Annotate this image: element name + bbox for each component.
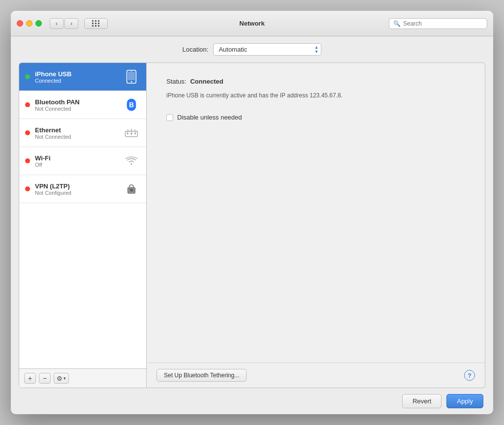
svg-point-15 xyxy=(130,163,132,165)
svg-rect-13 xyxy=(134,132,136,134)
sidebar-bottom: + − ⚙ ▾ xyxy=(19,368,146,388)
wifi-icon xyxy=(123,152,140,170)
svg-rect-11 xyxy=(127,132,128,134)
status-dot-red xyxy=(25,130,30,135)
network-name: Ethernet xyxy=(35,126,123,134)
iphone-icon xyxy=(123,68,140,86)
network-list: iPhone USB Connected xyxy=(19,63,146,368)
help-button[interactable]: ? xyxy=(464,370,475,381)
tethering-button[interactable]: Set Up Bluetooth Tethering... xyxy=(157,369,247,382)
network-status: Off xyxy=(35,162,123,168)
network-window: ‹ › Network 🔍 Location: Automatic ▲ ▼ xyxy=(11,11,493,414)
network-info: Wi-Fi Off xyxy=(35,154,123,168)
disable-checkbox[interactable] xyxy=(166,114,173,121)
detail-content: Status: Connected iPhone USB is currentl… xyxy=(147,63,485,363)
revert-button[interactable]: Revert xyxy=(402,394,441,408)
network-status: Not Connected xyxy=(35,134,123,140)
location-bar: Location: Automatic ▲ ▼ xyxy=(11,36,493,62)
vpn-icon xyxy=(123,180,140,198)
checkbox-label: Disable unless needed xyxy=(177,114,242,121)
network-name: Wi-Fi xyxy=(35,154,123,162)
status-dot-red xyxy=(25,186,30,191)
traffic-lights xyxy=(17,20,42,27)
location-selector[interactable]: Automatic ▲ ▼ xyxy=(213,43,321,56)
sidebar-item-iphone-usb[interactable]: iPhone USB Connected xyxy=(19,63,146,91)
gear-button[interactable]: ⚙ ▾ xyxy=(54,373,69,384)
network-status: Connected xyxy=(35,78,123,84)
minimize-button[interactable] xyxy=(26,20,32,27)
ethernet-icon: ·›· xyxy=(123,124,140,142)
svg-point-2 xyxy=(130,81,132,83)
status-value: Connected xyxy=(190,78,223,85)
remove-button[interactable]: − xyxy=(39,373,51,384)
status-dot-red xyxy=(25,158,30,163)
checkbox-row: Disable unless needed xyxy=(166,114,465,121)
main-content: iPhone USB Connected xyxy=(19,62,485,388)
sidebar-item-bluetooth-pan[interactable]: Bluetooth PAN Not Connected B xyxy=(19,91,146,119)
network-name: iPhone USB xyxy=(35,70,123,78)
status-label: Status: xyxy=(166,78,186,85)
location-select[interactable]: Automatic xyxy=(213,43,321,56)
status-dot-red xyxy=(25,102,30,107)
network-info: VPN (L2TP) Not Configured xyxy=(35,182,123,196)
close-button[interactable] xyxy=(17,20,23,27)
detail-bottom: Set Up Bluetooth Tethering... ? xyxy=(147,363,485,388)
apply-button[interactable]: Apply xyxy=(446,394,483,408)
network-status: Not Configured xyxy=(35,190,123,196)
network-info: iPhone USB Connected xyxy=(35,70,123,84)
gear-arrow-icon: ▾ xyxy=(63,376,66,381)
sidebar-item-ethernet[interactable]: Ethernet Not Connected xyxy=(19,119,146,147)
svg-text:·›·: ·›· xyxy=(130,133,133,136)
status-row: Status: Connected xyxy=(166,78,465,85)
nav-buttons: ‹ › xyxy=(50,18,78,29)
gear-icon: ⚙ xyxy=(57,375,63,382)
network-info: Bluetooth PAN Not Connected xyxy=(35,98,123,112)
sidebar-item-wifi[interactable]: Wi-Fi Off xyxy=(19,147,146,175)
network-name: Bluetooth PAN xyxy=(35,98,123,106)
network-name: VPN (L2TP) xyxy=(35,182,123,190)
svg-rect-3 xyxy=(130,71,133,71)
add-button[interactable]: + xyxy=(24,373,36,384)
search-input[interactable] xyxy=(403,20,483,27)
svg-text:B: B xyxy=(129,101,134,109)
back-button[interactable]: ‹ xyxy=(50,18,63,29)
network-info: Ethernet Not Connected xyxy=(35,126,123,140)
status-dot-green xyxy=(25,74,30,79)
location-label: Location: xyxy=(183,46,209,53)
window-bottom: Revert Apply xyxy=(11,388,493,414)
status-description: iPhone USB is currently active and has t… xyxy=(166,91,465,100)
search-icon: 🔍 xyxy=(393,20,401,27)
detail-panel: Status: Connected iPhone USB is currentl… xyxy=(147,62,485,388)
sidebar-item-vpn[interactable]: VPN (L2TP) Not Configured xyxy=(19,175,146,203)
grid-icon xyxy=(92,20,100,27)
maximize-button[interactable] xyxy=(35,20,42,27)
titlebar: ‹ › Network 🔍 xyxy=(11,11,493,36)
network-status: Not Connected xyxy=(35,106,123,112)
svg-rect-1 xyxy=(128,72,135,80)
window-title: Network xyxy=(239,20,264,27)
forward-button[interactable]: › xyxy=(64,18,78,29)
grid-button[interactable] xyxy=(84,18,108,29)
search-box[interactable]: 🔍 xyxy=(389,18,487,29)
bluetooth-icon: B xyxy=(123,96,140,114)
sidebar: iPhone USB Connected xyxy=(19,62,147,388)
